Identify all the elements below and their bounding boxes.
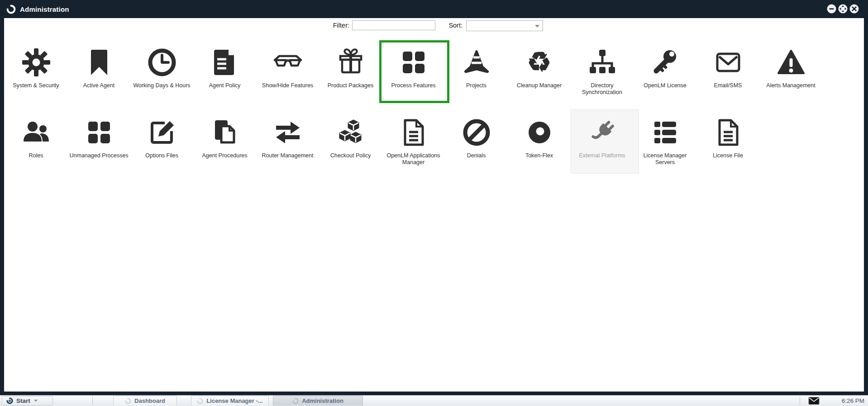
taskbar-divider [92, 397, 93, 405]
grid-item-license-manager-servers[interactable]: License Manager Servers [634, 111, 696, 166]
grid-item-roles[interactable]: Roles [5, 111, 67, 166]
grid-item-label: Product Packages [328, 82, 373, 89]
grid-item-product-packages[interactable]: Product Packages [319, 41, 382, 96]
edit-icon [148, 118, 176, 147]
sort-label: Sort: [411, 22, 463, 29]
grid-item-label: Email/SMS [714, 82, 742, 89]
doc-filled-icon [210, 48, 239, 77]
sort-dropdown[interactable] [466, 20, 543, 31]
grid-item-label: Denials [467, 152, 486, 159]
grid-item-options-files[interactable]: Options Files [130, 111, 193, 166]
gear-icon [22, 48, 51, 77]
grid-item-label: OpenLM License [644, 82, 687, 89]
taskbar-tab-dashboard[interactable]: Dashboard [113, 396, 177, 406]
grid-item-label: Alerts Management [766, 82, 815, 89]
chevron-down-icon [535, 25, 539, 28]
servers-icon [651, 118, 680, 147]
grid-item-openlm-license[interactable]: OpenLM License [634, 41, 696, 96]
users-icon [22, 118, 51, 147]
grid-item-cleanup-manager[interactable]: ♻Cleanup Manager [508, 41, 571, 96]
taskbar-tab-license-manager[interactable]: License Manager -... [191, 396, 269, 406]
filter-label: Filter: [312, 22, 349, 29]
grid-item-router-management[interactable]: Router Management [256, 111, 319, 166]
icon-grid-row-2: RolesUnmanaged ProcessesOptions FilesAge… [5, 111, 759, 166]
grid-item-directory-synchronization[interactable]: Directory Synchronization [571, 41, 634, 96]
bookmark-icon [85, 48, 114, 77]
mail-tray-icon[interactable] [808, 397, 820, 405]
grid-item-agent-policy[interactable]: Agent Policy [193, 41, 256, 96]
start-button-label: Start [16, 397, 30, 404]
minimize-icon[interactable] [827, 4, 836, 14]
envelope-icon [714, 48, 743, 77]
grid-item-label: Show/Hide Features [262, 82, 313, 89]
grid-item-label: System & Security [13, 82, 59, 89]
grid-item-email-sms[interactable]: Email/SMS [696, 41, 759, 96]
app-logo-icon [6, 5, 16, 14]
title-bar: Administration [0, 0, 868, 18]
chevron-down-icon [34, 400, 38, 402]
grid-item-label: External Platforms [579, 152, 625, 159]
grid-item-checkout-policy[interactable]: Checkout Policy [319, 111, 382, 166]
close-icon[interactable] [849, 4, 859, 14]
grid-item-token-flex[interactable]: Token-Flex [508, 111, 571, 166]
grid-item-alerts-management[interactable]: Alerts Management [759, 41, 822, 96]
file-lines-icon [399, 118, 428, 147]
grid-item-process-features[interactable]: Process Features [382, 41, 445, 96]
start-logo-icon [6, 397, 13, 404]
taskbar: Start 6:26 PM DashboardLicense Manager -… [0, 395, 868, 406]
copy-icon [210, 118, 239, 147]
grid-item-openlm-applications-manager[interactable]: OpenLM Applications Manager [382, 111, 445, 166]
grid-item-projects[interactable]: Projects [445, 41, 508, 96]
grid-item-label: License Manager Servers [634, 152, 696, 166]
grid-item-label: Directory Synchronization [571, 82, 633, 96]
warning-icon [777, 48, 806, 77]
grid-item-label: Router Management [262, 152, 314, 159]
plug-icon [588, 118, 617, 147]
grid-item-label: Cleanup Manager [517, 82, 562, 89]
grid-item-label: Process Features [391, 82, 436, 89]
taskbar-tab-label: Administration [302, 397, 343, 404]
grid-item-working-days-hours[interactable]: Working Days & Hours [130, 41, 193, 96]
grid-item-agent-procedures[interactable]: Agent Procedures [193, 111, 256, 166]
grid-item-label: OpenLM Applications Manager [382, 152, 444, 166]
ban-icon [462, 118, 491, 147]
icon-grid-row-1: System & SecurityActive AgentWorking Day… [5, 41, 822, 96]
key-icon [651, 48, 680, 77]
grid-item-license-file[interactable]: License File [696, 111, 759, 166]
grid-item-label: Agent Policy [209, 82, 240, 89]
cone-icon [462, 48, 491, 77]
grid-item-denials[interactable]: Denials [445, 111, 508, 166]
maximize-icon[interactable] [838, 4, 848, 14]
sitemap-icon [588, 48, 617, 77]
grid-item-label: License File [713, 152, 743, 159]
glasses-icon [273, 48, 302, 77]
grid-item-label: Projects [466, 82, 486, 89]
window-controls [827, 4, 859, 14]
grid-icon [85, 118, 114, 147]
grid-item-label: Working Days & Hours [133, 82, 190, 89]
gift-icon [336, 48, 365, 77]
grid-item-label: Agent Procedures [202, 152, 247, 159]
window-title: Administration [20, 5, 69, 13]
grid-item-unmanaged-processes[interactable]: Unmanaged Processes [67, 111, 130, 166]
grid-item-label: Active Agent [83, 82, 115, 89]
grid-item-system-security[interactable]: System & Security [5, 41, 67, 96]
grid-item-label: Roles [29, 152, 43, 159]
grid-icon [399, 48, 428, 77]
grid-item-label: Unmanaged Processes [70, 152, 129, 159]
start-button[interactable]: Start [1, 396, 53, 406]
taskbar-tab-label: Dashboard [134, 397, 165, 404]
clock-icon [148, 48, 176, 77]
taskbar-tab-label: License Manager -... [206, 397, 262, 404]
grid-item-active-agent[interactable]: Active Agent [67, 41, 130, 96]
taskbar-clock: 6:26 PM [842, 397, 864, 404]
donut-icon [525, 118, 554, 147]
grid-item-label: Options Files [145, 152, 178, 159]
grid-item-show-hide-features[interactable]: Show/Hide Features [256, 41, 319, 96]
taskbar-tab-administration[interactable]: Administration [273, 396, 363, 406]
grid-item-external-platforms[interactable]: External Platforms [571, 111, 634, 166]
tab-logo-icon [292, 398, 299, 404]
admin-panel: Filter: Sort: System & SecurityActive Ag… [4, 18, 864, 392]
tab-logo-icon [125, 398, 131, 404]
file-lines-icon [714, 118, 743, 147]
